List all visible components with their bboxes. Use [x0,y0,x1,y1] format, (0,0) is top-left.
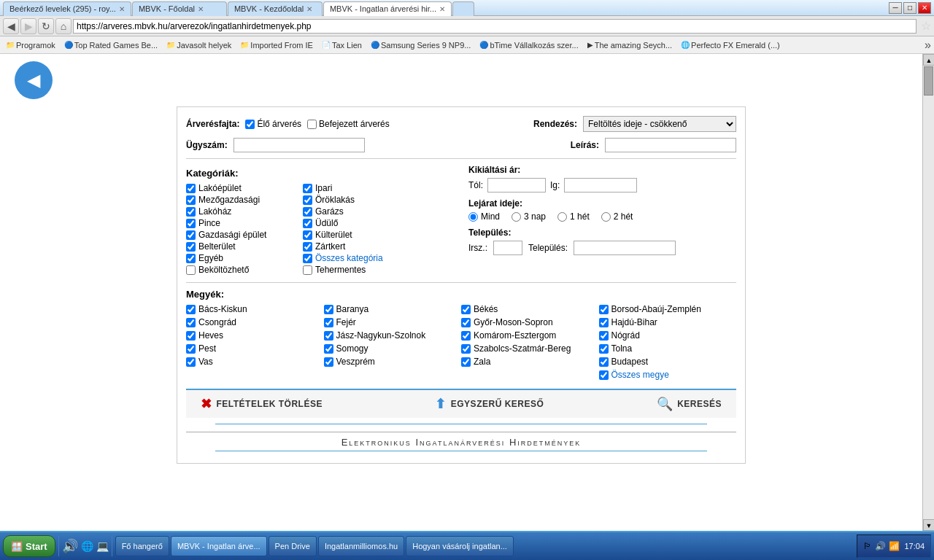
bookmarks-more-icon[interactable]: » [925,39,931,52]
county-nograd-cb[interactable] [599,331,609,341]
description-input[interactable] [605,138,736,152]
simple-search-button[interactable]: ⬆ Egyszerű kereső [435,396,544,412]
live-auction-label[interactable]: Élő árverés [245,119,301,129]
county-jasz-cb[interactable] [324,331,333,341]
scroll-down-button[interactable]: ▼ [923,519,934,531]
county-komarom-cb[interactable] [461,331,471,341]
county-osszes[interactable]: Összes megye [599,370,737,380]
county-gyor-cb[interactable] [461,318,471,327]
county-hajdu[interactable]: Hajdú-Bihar [599,317,737,327]
county-somogy-cb[interactable] [324,344,333,354]
cat-pince[interactable]: Pince [186,218,303,228]
county-tolna[interactable]: Tolna [599,343,737,354]
county-fejer[interactable]: Fejér [324,317,462,327]
cat-tehermentes[interactable]: Tehermentes [303,265,420,275]
cat-ipari-cb[interactable] [303,184,312,193]
expiry-mind[interactable]: Mind [468,211,500,222]
expiry-3nap[interactable]: 3 nap [512,211,546,222]
address-bar[interactable] [73,19,916,34]
county-bacs-cb[interactable] [186,305,196,314]
cat-bekoltözhető-cb[interactable] [186,265,196,275]
search-button[interactable]: 🔍 Keresés [657,396,722,412]
county-borsod-cb[interactable] [599,305,609,314]
cat-mezogazdasagi[interactable]: Mezőgazdasági [186,195,303,205]
expiry-2het[interactable]: 2 hét [601,211,633,222]
case-number-input[interactable] [234,138,365,152]
bookmark-seych[interactable]: ▶ The amazing Seych... [584,39,675,51]
cat-tehermentes-cb[interactable] [303,265,312,275]
bookmark-btime[interactable]: 🔵 bTime Vállalkozás szer... [476,39,581,51]
cat-garazs[interactable]: Garázs [303,206,420,217]
bookmark-perfecto[interactable]: 🌐 Perfecto FX Emerald (...) [678,39,783,51]
price-from-input[interactable] [487,178,546,192]
close-button[interactable]: ✕ [918,2,931,14]
tab-4[interactable]: MBVK - Ingatlan árverési hir... ✕ [323,1,452,16]
county-fejer-cb[interactable] [324,318,333,327]
county-bacs[interactable]: Bács-Kiskun [186,304,324,314]
county-nograd[interactable]: Nógrád [599,330,737,341]
back-button[interactable]: ◀ [3,18,19,34]
expiry-2het-radio[interactable] [601,212,611,222]
county-vas[interactable]: Vas [186,357,324,367]
cat-zartkert-cb[interactable] [303,242,312,252]
cat-pince-cb[interactable] [186,219,196,228]
bookmark-toprated[interactable]: 🔵 Top Rated Games Be... [61,39,161,51]
bookmark-imported[interactable]: 📁 Imported From IE [237,39,316,51]
cat-belterulet[interactable]: Belterület [186,241,303,252]
cat-egyeb-cb[interactable] [186,254,196,263]
bookmark-programok[interactable]: 📁 Programok [3,39,58,51]
tab-2-close[interactable]: ✕ [198,5,204,13]
expiry-mind-radio[interactable] [468,212,478,222]
cat-bekoltözhető[interactable]: Beköltözhető [186,265,303,275]
finished-auction-checkbox[interactable] [307,120,317,129]
cat-lakoepulet-cb[interactable] [186,184,196,193]
maximize-button[interactable]: □ [903,2,916,14]
cat-lakohaz-cb[interactable] [186,207,196,217]
county-hajdu-cb[interactable] [599,318,609,327]
scroll-thumb[interactable] [924,66,933,96]
cat-kulterulet-cb[interactable] [303,230,312,240]
live-auction-checkbox[interactable] [245,120,255,129]
expiry-1het-radio[interactable] [557,212,567,222]
cat-oroklakas[interactable]: Öröklakás [303,195,420,205]
county-bekes-cb[interactable] [461,305,471,314]
county-osszes-cb[interactable] [599,370,609,380]
county-csongrad[interactable]: Csongrád [186,317,324,327]
tab-1[interactable]: Beérkező levelek (295) - roy... ✕ [3,1,131,16]
county-tolna-cb[interactable] [599,344,609,354]
county-baranya-cb[interactable] [324,305,333,314]
price-to-input[interactable] [564,178,637,192]
county-bekes[interactable]: Békés [461,304,599,314]
city-input[interactable] [574,241,676,255]
tab-new[interactable] [452,1,474,16]
county-szabolcs-cb[interactable] [461,344,471,354]
cat-kulterulet[interactable]: Külterület [303,230,420,240]
cat-gazdasagi-cb[interactable] [186,230,196,240]
bookmark-javasolt[interactable]: 📁 Javasolt helyek [163,39,234,51]
expiry-3nap-radio[interactable] [512,212,521,222]
county-vas-cb[interactable] [186,357,196,367]
finished-auction-label[interactable]: Befejezett árverés [307,119,390,129]
county-veszprem[interactable]: Veszprém [324,357,462,367]
home-button[interactable]: ⌂ [55,18,72,34]
county-zala-cb[interactable] [461,357,471,367]
cat-osszes-cb[interactable] [303,254,312,263]
cat-osszes[interactable]: Összes kategória [303,253,420,263]
tab-4-close[interactable]: ✕ [439,5,445,13]
county-szabolcs[interactable]: Szabolcs-Szatmár-Bereg [461,343,599,354]
cat-belterulet-cb[interactable] [186,242,196,252]
favorite-icon[interactable]: ☆ [921,19,931,33]
cat-zartkert[interactable]: Zártkert [303,241,420,252]
county-csongrad-cb[interactable] [186,318,196,327]
reload-button[interactable]: ↻ [38,18,54,34]
zip-input[interactable] [493,241,522,255]
tab-3[interactable]: MBVK - Kezdőoldal ✕ [228,1,323,16]
county-budapest[interactable]: Budapest [599,357,737,367]
back-arrow-button[interactable]: ◀ [15,61,53,99]
county-komarom[interactable]: Komárom-Esztergom [461,330,599,341]
clear-button[interactable]: ✖ Feltételek törlése [201,396,323,412]
cat-gazdasagi[interactable]: Gazdasági épület [186,230,303,240]
county-budapest-cb[interactable] [599,357,609,367]
county-gyor[interactable]: Győr-Moson-Sopron [461,317,599,327]
cat-lakoepulet[interactable]: Lakóépület [186,183,303,193]
